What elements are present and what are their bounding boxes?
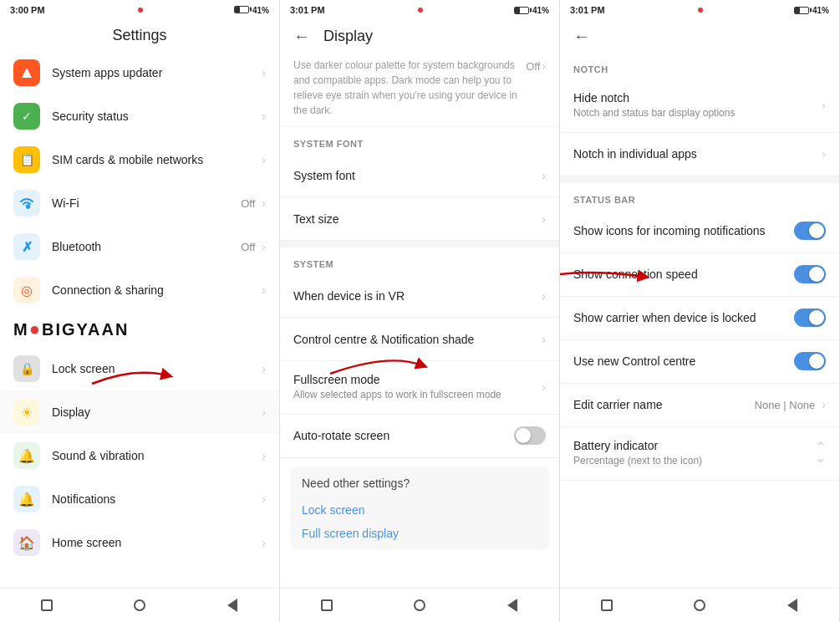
chevron-icon: › — [262, 153, 266, 166]
chevron-icon: › — [262, 66, 266, 79]
display-extra-header: ← — [560, 18, 839, 53]
bluetooth-icon: ✗ — [13, 233, 40, 260]
nav-square-2[interactable] — [318, 597, 335, 614]
show-connection-item[interactable]: Show connection speed — [560, 253, 839, 297]
item-text: Notifications — [52, 492, 258, 506]
list-item[interactable]: When device is in VR › — [280, 274, 559, 318]
nav-square-1[interactable] — [38, 597, 55, 614]
status-bar-2: 3:01 PM 41% — [280, 0, 559, 18]
item-text: Security status — [52, 110, 258, 123]
thick-separator-2 — [560, 176, 839, 183]
bottom-nav-1 — [0, 588, 279, 622]
nav-home-3[interactable] — [691, 597, 708, 614]
list-item[interactable]: 🔔 Notifications › — [0, 477, 279, 521]
battery-pct-3: 41% — [812, 6, 829, 15]
nav-square-3[interactable] — [598, 597, 615, 614]
battery-pct-1: 41% — [252, 6, 269, 15]
list-item[interactable]: Text size › — [280, 197, 559, 241]
back-button-3[interactable]: ← — [573, 27, 590, 46]
notch-individual-item[interactable]: Notch in individual apps › — [560, 133, 839, 176]
system-apps-icon — [13, 59, 40, 86]
control-centre-wrapper: Control centre & Notification shade › — [280, 318, 559, 361]
chevron-icon: › — [262, 283, 266, 297]
display-extra-panel: 3:01 PM 41% ← NOTCH Hide notch Notch and… — [560, 0, 840, 622]
fullscreen-link[interactable]: Full screen display — [302, 522, 537, 545]
new-control-toggle[interactable] — [794, 352, 826, 370]
item-text: Bluetooth — [52, 240, 241, 253]
chevron-icon: › — [822, 99, 826, 112]
mobigyaan-logo: M●BIGYAAN — [13, 319, 129, 340]
list-item[interactable]: 📋 SIM cards & mobile networks › — [0, 138, 279, 181]
nav-back-2[interactable] — [504, 597, 521, 614]
time-1: 3:00 PM — [10, 5, 45, 15]
item-text: Fullscreen mode Allow selected apps to w… — [293, 373, 538, 402]
connection-speed-toggle[interactable] — [794, 265, 826, 283]
chevron-icon: › — [262, 240, 266, 253]
nav-home-2[interactable] — [411, 597, 428, 614]
chevron-icon: › — [262, 196, 266, 210]
chevron-icon: › — [542, 169, 546, 182]
chevron-icon: › — [262, 362, 266, 375]
battery-indicator-item[interactable]: Battery indicator Percentage (next to th… — [560, 427, 839, 481]
show-carrier-toggle[interactable] — [794, 308, 826, 327]
item-text: SIM cards & mobile networks — [52, 153, 258, 166]
section-notch: NOTCH — [560, 53, 839, 79]
nav-home-1[interactable] — [131, 597, 148, 614]
need-settings-title: Need other settings? — [302, 477, 537, 490]
show-icons-toggle[interactable] — [794, 222, 826, 240]
chevron-icon: › — [542, 289, 546, 303]
status-right-3: 41% — [794, 6, 829, 15]
chevron-icon: › — [262, 492, 266, 506]
item-text: Control centre & Notification shade — [293, 333, 538, 346]
list-item[interactable]: Wi-Fi Off › — [0, 181, 279, 225]
list-item[interactable]: ◎ Connection & sharing › — [0, 268, 279, 312]
list-item[interactable]: ✗ Bluetooth Off › — [0, 225, 279, 268]
auto-rotate-item[interactable]: Auto-rotate screen — [280, 415, 559, 458]
item-text: When device is in VR — [293, 289, 538, 303]
item-text: Sound & vibration — [52, 449, 258, 462]
lock-screen-link[interactable]: Lock screen — [302, 498, 537, 522]
connection-speed-wrapper: Show connection speed — [560, 253, 839, 297]
status-right-2: 41% — [514, 6, 549, 15]
item-text: Auto-rotate screen — [293, 429, 514, 442]
logo-row: M●BIGYAAN — [0, 312, 279, 347]
nav-back-1[interactable] — [224, 597, 241, 614]
list-item[interactable]: Fullscreen mode Allow selected apps to w… — [280, 361, 559, 415]
expand-icon: ⌃ ⌄ — [815, 442, 826, 464]
chevron-icon: › — [542, 59, 546, 73]
edit-carrier-item[interactable]: Edit carrier name None | None › — [560, 384, 839, 427]
hide-notch-item[interactable]: Hide notch Notch and status bar display … — [560, 79, 839, 133]
chevron-icon: › — [262, 110, 266, 123]
new-control-item[interactable]: Use new Control centre — [560, 340, 839, 384]
show-carrier-item[interactable]: Show carrier when device is locked — [560, 297, 839, 340]
section-label-system: SYSTEM — [280, 247, 559, 274]
item-text: Edit carrier name — [573, 398, 755, 411]
item-text: System font — [293, 169, 538, 182]
rec-dot-3 — [698, 8, 703, 13]
sim-icon: 📋 — [13, 146, 40, 173]
list-item[interactable]: System apps updater › — [0, 51, 279, 94]
back-button[interactable]: ← — [293, 27, 310, 46]
chevron-icon: › — [822, 398, 826, 411]
status-bar-3: 3:01 PM 41% — [560, 0, 839, 18]
show-icons-item[interactable]: Show icons for incoming notifications — [560, 210, 839, 253]
chevron-icon: › — [542, 380, 546, 394]
dark-mode-item[interactable]: Use darker colour palette for system bac… — [280, 53, 559, 127]
item-text: Notch in individual apps — [573, 147, 818, 161]
item-text: Battery indicator Percentage (next to th… — [573, 439, 815, 468]
rec-dot-2 — [418, 8, 423, 13]
auto-rotate-toggle[interactable] — [514, 426, 546, 445]
list-item[interactable]: 🏠 Home screen › — [0, 521, 279, 564]
display-title: Display — [323, 28, 373, 45]
display-list-item[interactable]: ☀ Display › — [0, 390, 279, 434]
chevron-icon: › — [822, 147, 826, 161]
display-header: ← Display — [280, 18, 559, 53]
red-arrow-svg — [84, 359, 184, 392]
control-centre-item[interactable]: Control centre & Notification shade › — [280, 318, 559, 361]
list-item[interactable]: System font › — [280, 154, 559, 197]
list-item[interactable]: ✓ Security status › — [0, 94, 279, 138]
section-statusbar: STATUS BAR — [560, 183, 839, 210]
list-item[interactable]: 🔔 Sound & vibration › — [0, 434, 279, 477]
nav-back-3[interactable] — [784, 597, 801, 614]
item-text: Show icons for incoming notifications — [573, 224, 794, 237]
